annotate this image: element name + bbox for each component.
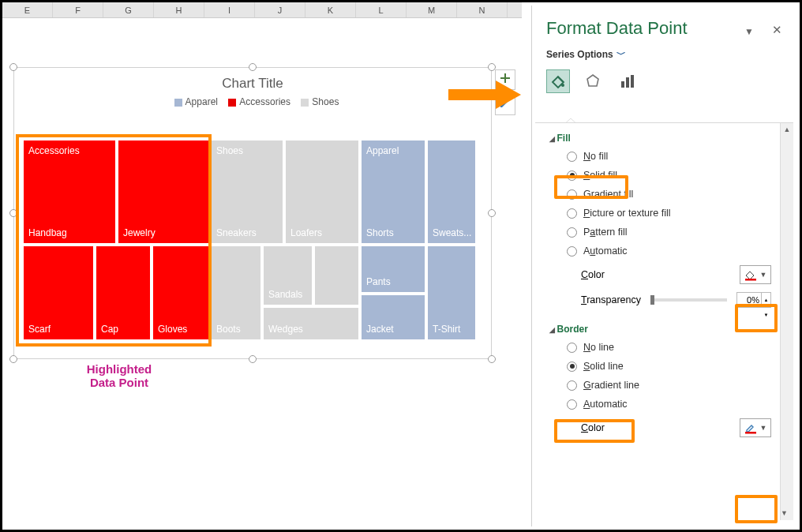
col-header[interactable]: H [154, 2, 204, 17]
treemap-box-sandals[interactable]: Sandals [262, 245, 313, 306]
legend-swatch-apparel [174, 99, 182, 107]
treemap-box-pants[interactable]: Pants [360, 245, 426, 294]
treemap-item-label: Loafers [290, 227, 322, 238]
svg-rect-4 [631, 75, 634, 88]
treemap-category-label: Apparel [366, 145, 399, 156]
radio-no-line[interactable]: No line [549, 338, 779, 357]
border-color-button[interactable]: ▼ [740, 418, 771, 437]
legend-swatch-shoes [301, 99, 309, 107]
dropdown-caret-icon: ▼ [760, 271, 767, 279]
section-border[interactable]: Border [549, 320, 779, 338]
radio-pattern-fill[interactable]: Pattern fill [549, 223, 779, 242]
treemap-item-label: Sweats... [433, 227, 471, 238]
dropdown-caret-icon: ▼ [760, 424, 767, 432]
pane-options-menu[interactable]: ▼ [744, 26, 754, 37]
treemap-box-shoes-extra[interactable] [313, 245, 360, 306]
treemap-box-sneakers[interactable]: Shoes Sneakers [210, 139, 284, 245]
pane-body: ▲ ▼ Fill No fill Solid fill Gradient fil… [535, 122, 793, 520]
series-options-icon[interactable] [616, 69, 639, 93]
border-color-label: Color [581, 422, 605, 433]
treemap-item-label: Shorts [366, 227, 394, 238]
pane-title: Format Data Point [532, 6, 796, 42]
scroll-up-icon[interactable]: ▲ [781, 123, 793, 137]
treemap-item-label: T-Shirt [433, 324, 460, 335]
chevron-down-icon: ﹀ [616, 49, 626, 60]
treemap-box-boots[interactable]: Boots [210, 245, 262, 341]
col-header[interactable]: E [2, 2, 53, 17]
chart-legend[interactable]: Apparel Accessories Shoes [14, 96, 491, 115]
treemap-item-label: Boots [216, 324, 241, 335]
radio-gradient-fill[interactable]: Gradient fill [549, 185, 779, 204]
treemap-item-label: Jacket [366, 324, 394, 335]
col-header[interactable]: L [356, 2, 407, 17]
radio-solid-line[interactable]: Solid line [549, 357, 779, 376]
treemap-box-sweats[interactable]: Sweats... [426, 139, 477, 245]
effects-icon[interactable] [581, 69, 605, 93]
treemap-box-wedges[interactable]: Wedges [262, 306, 360, 341]
section-fill[interactable]: Fill [549, 129, 779, 147]
svg-marker-1 [587, 75, 598, 86]
radio-solid-fill[interactable]: Solid fill [549, 166, 779, 185]
radio-automatic-fill[interactable]: Automatic [549, 242, 779, 260]
col-header[interactable]: M [407, 2, 457, 17]
series-options-dropdown[interactable]: Series Options﹀ [532, 42, 796, 69]
treemap-item-label: Wedges [268, 324, 303, 335]
fill-color-button[interactable]: ▼ [740, 265, 771, 284]
treemap-box-loafers[interactable]: Loafers [284, 139, 360, 245]
chart-title[interactable]: Chart Title [14, 68, 491, 96]
resize-handle[interactable] [9, 63, 17, 71]
transparency-label: Transparency [581, 294, 641, 305]
treemap-item-label: Sneakers [216, 227, 257, 238]
transparency-slider[interactable] [650, 298, 727, 302]
highlight-accessories [16, 134, 212, 347]
legend-label-apparel: Apparel [186, 96, 218, 107]
col-header[interactable]: F [53, 2, 103, 17]
legend-label-accessories: Accessories [239, 96, 290, 107]
fill-color-label: Color [581, 269, 605, 280]
format-data-point-pane: Format Data Point ▼ ✕ Series Options﹀ ▲ … [531, 6, 796, 526]
column-header-row: E F G H I J K L M N [2, 2, 522, 18]
resize-handle[interactable] [9, 355, 17, 363]
transparency-value[interactable]: 0%▲▼ [736, 292, 771, 308]
treemap-box-jacket[interactable]: Jacket [360, 294, 426, 341]
col-header[interactable]: G [103, 2, 154, 17]
resize-handle[interactable] [488, 209, 496, 217]
svg-rect-3 [626, 77, 629, 88]
scroll-down-icon[interactable]: ▼ [781, 507, 788, 520]
radio-gradient-line[interactable]: Gradient line [549, 376, 779, 395]
annotation-highlighted: Highlighted Data Point [40, 362, 198, 389]
treemap-box-tshirt[interactable]: T-Shirt [426, 245, 477, 341]
col-header[interactable]: N [457, 2, 508, 17]
vertical-scrollbar[interactable]: ▲ ▼ [780, 123, 793, 520]
col-header[interactable]: J [255, 2, 305, 17]
radio-no-fill[interactable]: No fill [549, 147, 779, 166]
svg-rect-6 [745, 432, 756, 434]
pane-close-icon[interactable]: ✕ [772, 23, 782, 37]
treemap-item-label: Pants [366, 276, 391, 287]
col-header[interactable]: K [305, 2, 356, 17]
radio-automatic-line[interactable]: Automatic [549, 395, 779, 414]
legend-label-shoes: Shoes [312, 96, 339, 107]
resize-handle[interactable] [488, 355, 496, 363]
treemap-box-shorts[interactable]: Apparel Shorts [360, 139, 426, 245]
svg-rect-5 [745, 279, 756, 281]
fill-and-line-icon[interactable] [546, 69, 570, 93]
legend-swatch-accessories [228, 99, 236, 107]
resize-handle[interactable] [249, 355, 257, 363]
svg-point-0 [561, 84, 564, 87]
callout-arrow [448, 81, 527, 105]
resize-handle[interactable] [249, 63, 257, 71]
treemap-category-label: Shoes [216, 145, 243, 156]
radio-picture-fill[interactable]: Picture or texture fill [549, 204, 779, 223]
col-header[interactable]: I [204, 2, 255, 17]
svg-rect-2 [621, 81, 624, 88]
treemap-item-label: Sandals [268, 289, 302, 300]
